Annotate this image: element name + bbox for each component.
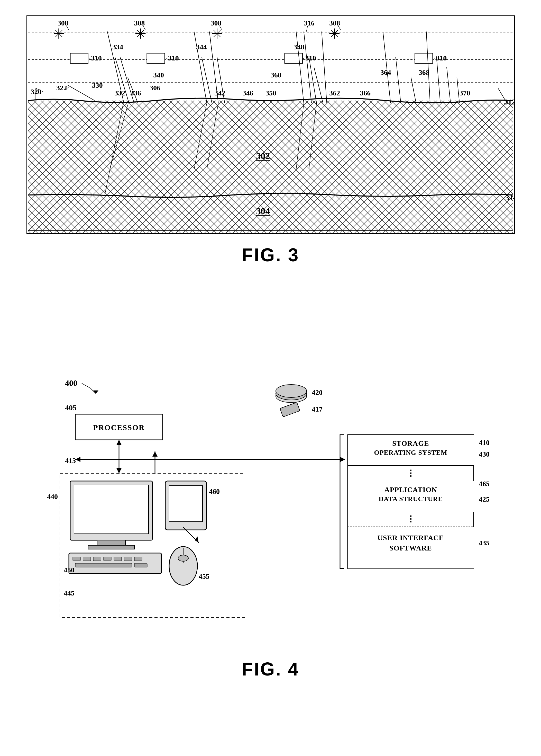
fig3-section: 302 304 314 312 308 308 308 308 316 310 … bbox=[0, 0, 541, 347]
svg-text:420: 420 bbox=[312, 388, 322, 396]
svg-text:USER INTERFACE: USER INTERFACE bbox=[377, 534, 444, 542]
svg-point-151 bbox=[178, 555, 189, 561]
svg-text:410: 410 bbox=[479, 439, 490, 447]
svg-text:304: 304 bbox=[256, 206, 270, 216]
svg-rect-146 bbox=[75, 563, 132, 567]
svg-text:302: 302 bbox=[256, 151, 270, 161]
svg-rect-144 bbox=[124, 557, 132, 561]
svg-rect-147 bbox=[134, 563, 147, 567]
svg-rect-141 bbox=[93, 557, 101, 561]
svg-text:440: 440 bbox=[47, 493, 58, 501]
svg-text:360: 360 bbox=[270, 71, 281, 79]
svg-text:316: 316 bbox=[304, 19, 314, 27]
svg-text:364: 364 bbox=[380, 68, 391, 76]
svg-rect-34 bbox=[415, 53, 433, 64]
svg-text:310: 310 bbox=[91, 54, 102, 62]
svg-text:417: 417 bbox=[312, 405, 322, 413]
svg-text:310: 310 bbox=[305, 54, 316, 62]
svg-text:308: 308 bbox=[134, 19, 145, 27]
svg-text:308: 308 bbox=[57, 19, 68, 27]
fig3-title: FIG. 3 bbox=[21, 244, 520, 265]
svg-text:OPERATING SYSTEM: OPERATING SYSTEM bbox=[374, 449, 447, 456]
svg-text:460: 460 bbox=[209, 487, 220, 495]
svg-text:330: 330 bbox=[92, 81, 103, 89]
svg-text:314: 314 bbox=[505, 193, 515, 202]
svg-marker-123 bbox=[340, 457, 345, 462]
svg-rect-134 bbox=[169, 486, 203, 522]
svg-marker-126 bbox=[116, 468, 122, 473]
svg-text:435: 435 bbox=[479, 539, 490, 547]
svg-text:342: 342 bbox=[214, 89, 225, 97]
fig4-diagram: 400 405 PROCESSOR 420 417 415 440 bbox=[39, 363, 502, 646]
svg-rect-31 bbox=[70, 53, 88, 64]
svg-text:405: 405 bbox=[65, 403, 77, 412]
svg-text:350: 350 bbox=[266, 89, 276, 97]
svg-text:344: 344 bbox=[196, 43, 207, 51]
svg-text:308: 308 bbox=[329, 19, 340, 27]
svg-rect-132 bbox=[88, 545, 134, 549]
svg-rect-140 bbox=[83, 557, 91, 561]
svg-rect-145 bbox=[134, 557, 142, 561]
svg-text:430: 430 bbox=[479, 450, 490, 458]
svg-text:465: 465 bbox=[479, 480, 490, 488]
svg-text:348: 348 bbox=[293, 43, 304, 51]
svg-text:308: 308 bbox=[211, 19, 221, 27]
svg-rect-33 bbox=[284, 53, 302, 64]
svg-text:400: 400 bbox=[65, 378, 77, 388]
fig4-section: 400 405 PROCESSOR 420 417 415 440 bbox=[0, 347, 541, 680]
svg-marker-155 bbox=[152, 451, 158, 457]
svg-text:346: 346 bbox=[243, 89, 253, 97]
svg-text:455: 455 bbox=[199, 572, 210, 580]
svg-text:310: 310 bbox=[436, 54, 447, 62]
svg-text:425: 425 bbox=[479, 495, 490, 503]
svg-rect-142 bbox=[104, 557, 111, 561]
svg-rect-131 bbox=[97, 540, 125, 545]
svg-text:320: 320 bbox=[31, 88, 41, 96]
svg-text:322: 322 bbox=[56, 84, 67, 92]
svg-text:368: 368 bbox=[418, 68, 429, 76]
svg-text:STORAGE: STORAGE bbox=[392, 439, 429, 447]
svg-text:SOFTWARE: SOFTWARE bbox=[389, 544, 432, 552]
svg-marker-125 bbox=[116, 440, 122, 445]
svg-point-116 bbox=[276, 385, 306, 397]
svg-text:DATA STRUCTURE: DATA STRUCTURE bbox=[378, 495, 443, 503]
svg-rect-32 bbox=[147, 53, 165, 64]
svg-text:445: 445 bbox=[64, 589, 75, 597]
svg-text:370: 370 bbox=[459, 89, 470, 97]
svg-rect-143 bbox=[114, 557, 122, 561]
svg-text:306: 306 bbox=[150, 84, 160, 92]
svg-marker-122 bbox=[75, 457, 80, 462]
svg-text:362: 362 bbox=[329, 89, 340, 97]
svg-text:334: 334 bbox=[112, 43, 123, 51]
svg-text:⋮: ⋮ bbox=[407, 514, 415, 523]
svg-text:450: 450 bbox=[64, 566, 75, 574]
fig3-diagram: 302 304 314 312 308 308 308 308 316 310 … bbox=[26, 15, 515, 234]
svg-rect-130 bbox=[74, 485, 149, 534]
svg-text:⋮: ⋮ bbox=[407, 468, 415, 478]
svg-text:340: 340 bbox=[153, 71, 164, 79]
svg-rect-118 bbox=[280, 402, 300, 417]
svg-text:310: 310 bbox=[168, 54, 179, 62]
svg-text:366: 366 bbox=[360, 89, 370, 97]
svg-text:312: 312 bbox=[504, 97, 515, 106]
svg-text:PROCESSOR: PROCESSOR bbox=[93, 423, 145, 432]
svg-text:APPLICATION: APPLICATION bbox=[384, 486, 437, 494]
svg-rect-9 bbox=[28, 195, 513, 233]
svg-text:332: 332 bbox=[114, 89, 125, 97]
svg-line-108 bbox=[82, 383, 91, 388]
svg-marker-136 bbox=[195, 536, 199, 543]
fig4-title: FIG. 4 bbox=[21, 659, 520, 680]
svg-rect-139 bbox=[73, 557, 80, 561]
svg-text:415: 415 bbox=[65, 457, 76, 465]
svg-text:336: 336 bbox=[130, 89, 141, 97]
